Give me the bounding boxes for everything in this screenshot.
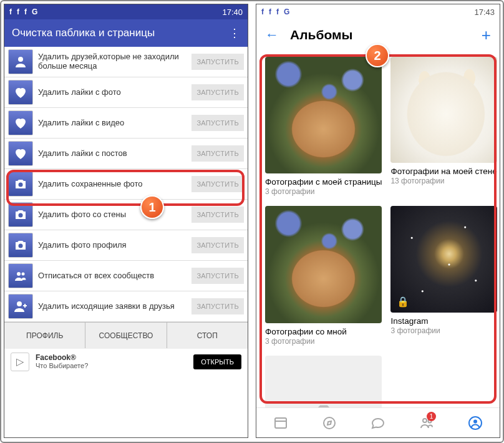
run-button[interactable]: ЗАПУСТИТЬ [191,207,244,223]
album-item[interactable]: Фотографии с моей страницы3 фотографии [265,57,382,196]
run-button[interactable]: ЗАПУСТИТЬ [191,115,244,131]
fb-icon: f [269,7,271,16]
nav-badge: 1 [427,412,436,421]
heart-icon [8,80,33,105]
action-row: Удалить сохраненные фотоЗАПУСТИТЬ [4,169,248,200]
tab-stop[interactable]: СТОП [167,323,248,348]
action-label: Удалить сохраненные фото [38,180,191,189]
nav-profile-icon[interactable] [451,408,500,437]
albums-header: ← Альбомы + [256,19,500,51]
ad-row[interactable]: ▷ Facebook®Что Выбираете? ОТКРЫТЬ [4,348,248,374]
svg-rect-8 [275,418,286,428]
run-button[interactable]: ЗАПУСТИТЬ [191,298,244,314]
status-bar: f f f G 17:43 [256,4,500,19]
action-row: Отписаться от всех сообществЗАПУСТИТЬ [4,261,248,291]
lock-icon: 🔒 [397,296,409,308]
action-row: Удалить фото со стеныЗАПУСТИТЬ [4,200,248,230]
album-title: Фотографии с моей страницы [265,177,382,187]
album-title: Instagram [390,316,497,326]
app-title: Очистка паблика и страницы [12,27,155,39]
album-thumb: 🔒 [390,206,497,312]
heart-icon [8,141,33,166]
album-item[interactable]: 🔒Instagram3 фотографии [390,206,497,345]
action-label: Отписаться от всех сообществ [38,271,191,281]
run-button[interactable]: ЗАПУСТИТЬ [191,237,244,253]
svg-point-4 [17,272,21,276]
album-title: Фотографии со мной [265,327,382,336]
run-button[interactable]: ЗАПУСТИТЬ [191,145,244,162]
status-time: 17:40 [222,7,243,17]
svg-point-6 [17,301,22,306]
google-icon: G [32,7,37,16]
album-subtitle: 3 фотографии [265,337,382,346]
status-bar: f f f G 17:40 [4,4,248,19]
album-subtitle: 13 фотографии [390,177,497,185]
run-button[interactable]: ЗАПУСТИТЬ [191,268,244,284]
bottom-nav: 1 [256,407,500,437]
svg-point-1 [19,183,23,187]
action-label: Удалить лайки с постов [38,149,191,158]
action-label: Удалить лайки с видео [38,119,191,128]
bottom-tabs: ПРОФИЛЬ СООБЩЕСТВО СТОП [4,322,248,348]
run-button[interactable]: ЗАПУСТИТЬ [191,84,244,100]
add-icon[interactable]: + [482,26,491,45]
album-subtitle: 3 фотографии [265,187,382,196]
action-label: Удалить лайки с фото [38,88,191,97]
run-button[interactable]: ЗАПУСТИТЬ [191,176,244,192]
svg-point-5 [22,273,25,276]
albums-grid: Фотографии с моей страницы3 фотографииФо… [256,51,500,438]
album-title: Фотографии на моей стене [390,167,497,176]
nav-messages-icon[interactable] [354,408,402,437]
svg-marker-11 [327,421,331,425]
action-list: Удалить друзей,которые не заходили больш… [4,47,248,322]
album-thumb [265,206,382,323]
album-thumb [265,57,382,173]
action-row: Удалить друзей,которые не заходили больш… [4,47,248,77]
album-item[interactable]: Фотографии со мной3 фотографии [265,206,382,345]
status-time: 17:43 [474,7,495,17]
action-row: Удалить фото профиляЗАПУСТИТЬ [4,230,248,261]
action-label: Удалить фото профиля [38,241,191,250]
heart-icon [8,110,33,135]
group-icon [8,263,33,288]
svg-point-2 [19,213,23,218]
fb-icon: f [24,7,27,16]
svg-point-12 [423,419,427,422]
camera-icon [8,172,33,197]
svg-point-0 [18,57,23,62]
action-label: Удалить фото со стены [38,210,191,220]
action-label: Удалить исходящие заявки в друзья [38,302,191,311]
phone-left: f f f G 17:40 Очистка паблика и страницы… [4,4,248,438]
fb-icon: f [9,7,12,16]
camera-icon [8,233,33,258]
nav-discover-icon[interactable] [305,408,354,437]
fb-icon: f [17,7,19,16]
svg-point-3 [19,244,23,248]
nav-friends-icon[interactable]: 1 [402,408,451,437]
personplus-icon [8,294,33,319]
albums-title: Альбомы [290,27,470,42]
ad-open-button[interactable]: ОТКРЫТЬ [193,354,241,369]
action-row: Удалить исходящие заявки в друзьяЗАПУСТИ… [4,291,248,322]
tab-profile[interactable]: ПРОФИЛЬ [4,323,85,348]
album-item[interactable]: Фотографии на моей стене13 фотографии [390,57,497,196]
camera-icon [8,202,33,227]
run-button[interactable]: ЗАПУСТИТЬ [191,54,244,70]
action-row: Удалить лайки с видеоЗАПУСТИТЬ [4,108,248,139]
ad-choice-icon: ▷ [11,353,29,371]
fb-icon: f [276,7,279,16]
svg-point-10 [324,417,335,429]
action-label: Удалить друзей,которые не заходили больш… [38,52,191,71]
svg-point-15 [473,419,477,423]
phone-right: f f f G 17:43 ← Альбомы + Фотографии с м… [256,4,500,438]
person-icon [8,49,33,74]
tab-community[interactable]: СООБЩЕСТВО [85,323,167,348]
back-icon[interactable]: ← [265,27,279,43]
action-row: Удалить лайки с фотоЗАПУСТИТЬ [4,77,248,108]
nav-news-icon[interactable] [256,408,305,437]
menu-icon[interactable]: ⋮ [229,26,240,40]
fb-icon: f [261,7,264,16]
action-row: Удалить лайки с постовЗАПУСТИТЬ [4,139,248,169]
ad-text: Facebook®Что Выбираете? [36,353,187,371]
app-bar: Очистка паблика и страницы ⋮ [4,19,248,47]
